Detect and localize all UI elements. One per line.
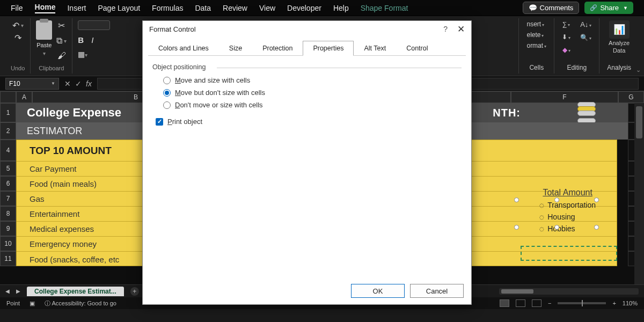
tab-review[interactable]: Review [223, 4, 247, 12]
format-control-dialog: Format Control ? ✕ Colors and Lines Size… [142, 20, 472, 305]
group-font: B I ▦▾ [72, 18, 115, 74]
chevron-down-icon: ▼ [623, 5, 628, 11]
view-page-layout-button[interactable] [516, 299, 525, 307]
tab-developer[interactable]: Developer [287, 4, 321, 12]
sheet-nav-prev[interactable]: ◀ [5, 288, 10, 294]
dialog-tab-control[interactable]: Control [396, 41, 438, 56]
cut-button[interactable]: ✂ [58, 20, 65, 31]
tab-insert[interactable]: Insert [67, 4, 86, 12]
tab-help[interactable]: Help [333, 4, 349, 12]
paste-button[interactable]: Paste ▾ [36, 20, 52, 56]
tab-page-layout[interactable]: Page Layout [98, 4, 140, 12]
marquee-selection [521, 246, 617, 261]
share-button[interactable]: Share ▼ [584, 2, 633, 14]
row-header[interactable]: 5 [0, 161, 16, 176]
name-box[interactable]: F10 ▼ [5, 78, 59, 90]
group-analysis: 📊 Analyze Data Analysis [599, 18, 639, 74]
col-header-b[interactable]: B [32, 91, 143, 103]
group-clipboard: Paste ▾ ✂ ⧉▾ 🖌 Clipboard [31, 18, 72, 74]
delete-cells-button[interactable]: elete▾ [526, 31, 546, 39]
sheet-tab[interactable]: College Expense Estimat... [27, 287, 124, 296]
format-painter-button[interactable]: 🖌 [57, 51, 66, 61]
vertical-scrollbar[interactable] [634, 103, 644, 284]
dialog-tab-alt-text[interactable]: Alt Text [354, 41, 396, 56]
zoom-out-button[interactable]: − [548, 300, 551, 306]
row-header[interactable]: 1 [0, 103, 16, 122]
redo-button[interactable]: ↷ [14, 33, 21, 43]
group-clipboard-label: Clipboard [39, 65, 64, 71]
radio-move-and-size[interactable]: Move and size with cells [163, 76, 462, 84]
col-header-a[interactable]: A [16, 91, 32, 103]
select-all-corner[interactable] [0, 91, 16, 103]
radio-icon-selected [163, 89, 171, 97]
tab-home[interactable]: Home [35, 3, 56, 13]
row-header[interactable]: 8 [0, 206, 16, 221]
dialog-tab-colors[interactable]: Colors and Lines [148, 41, 219, 56]
new-sheet-button[interactable]: + [130, 287, 139, 296]
row-header[interactable]: 10 [0, 236, 16, 251]
tab-shape-format[interactable]: Shape Format [361, 4, 408, 12]
group-undo-label: Undo [11, 65, 25, 71]
group-label-object-positioning: Object positioning [152, 63, 462, 71]
copy-button[interactable]: ⧉▾ [56, 36, 67, 46]
row-header[interactable]: 2 [0, 122, 16, 140]
sort-filter-button[interactable]: A↓▾ [580, 20, 591, 28]
font-name[interactable] [78, 20, 110, 30]
share-label: Share [600, 4, 619, 12]
italic-button[interactable]: I [91, 35, 93, 45]
dialog-tab-size[interactable]: Size [219, 41, 252, 56]
dialog-tab-properties[interactable]: Properties [303, 41, 354, 56]
ribbon-collapse-button[interactable]: ⌄ [636, 67, 641, 74]
row-header[interactable]: 7 [0, 191, 16, 206]
comment-icon: 💬 [529, 4, 537, 12]
group-analysis-label: Analysis [607, 64, 631, 71]
row-header[interactable]: 11 [0, 251, 16, 266]
macro-record-icon[interactable]: ▣ [30, 300, 35, 307]
cancel-formula-icon[interactable]: ✕ [64, 79, 71, 88]
analyze-data-button[interactable]: 📊 Analyze Data [609, 20, 630, 54]
accessibility-status[interactable]: ⓘ Accessibility: Good to go [45, 299, 116, 308]
checkbox-print-object[interactable]: ✓ Print object [156, 118, 462, 126]
row-header[interactable]: 9 [0, 221, 16, 236]
comments-button[interactable]: 💬 Comments [523, 2, 580, 14]
view-normal-button[interactable] [500, 299, 509, 307]
dialog-close-button[interactable]: ✕ [457, 24, 465, 35]
radio-move-no-size[interactable]: Move but don't size with cells [163, 89, 462, 97]
view-page-break-button[interactable] [532, 299, 541, 307]
dialog-tab-protection[interactable]: Protection [252, 41, 303, 56]
clear-button[interactable]: ◆▾ [562, 46, 570, 54]
paste-label: Paste [36, 42, 52, 48]
bold-button[interactable]: B [78, 35, 84, 45]
shape-selection[interactable] [516, 200, 597, 228]
subtitle-text: ESTIMATOR [27, 126, 82, 137]
dialog-help-button[interactable]: ? [443, 25, 448, 33]
radio-no-move-no-size[interactable]: Don't move or size with cells [163, 101, 462, 109]
row-header[interactable]: 4 [0, 140, 16, 161]
insert-cells-button[interactable]: nsert▾ [526, 20, 546, 28]
cancel-button[interactable]: Cancel [410, 284, 464, 298]
horizontal-scrollbar[interactable] [499, 288, 639, 295]
analyze-icon: 📊 [609, 20, 630, 39]
tab-view[interactable]: View [259, 4, 275, 12]
zoom-slider[interactable] [558, 302, 606, 304]
borders-button[interactable]: ▦▾ [78, 50, 87, 58]
tab-data[interactable]: Data [195, 4, 211, 12]
fill-button[interactable]: ⬇▾ [562, 33, 570, 41]
tab-file[interactable]: File [11, 4, 23, 12]
sheet-nav-next[interactable]: ▶ [16, 288, 20, 294]
row-header[interactable]: 6 [0, 176, 16, 191]
undo-button[interactable]: ↶▾ [12, 20, 24, 31]
ok-button[interactable]: OK [351, 284, 405, 298]
format-cells-button[interactable]: ormat▾ [526, 42, 546, 49]
col-header-g[interactable]: G [618, 91, 644, 103]
autosum-button[interactable]: ∑▾ [562, 20, 570, 28]
zoom-in-button[interactable]: + [612, 300, 616, 306]
zoom-value[interactable]: 110% [623, 300, 638, 306]
title-text: College Expense [27, 106, 121, 120]
fx-icon[interactable]: fx [86, 79, 92, 88]
paste-icon [36, 20, 52, 40]
find-select-button[interactable]: 🔍▾ [580, 34, 591, 41]
tab-formulas[interactable]: Formulas [152, 4, 183, 12]
dialog-title: Format Control [149, 25, 196, 33]
enter-formula-icon[interactable]: ✓ [75, 79, 82, 88]
